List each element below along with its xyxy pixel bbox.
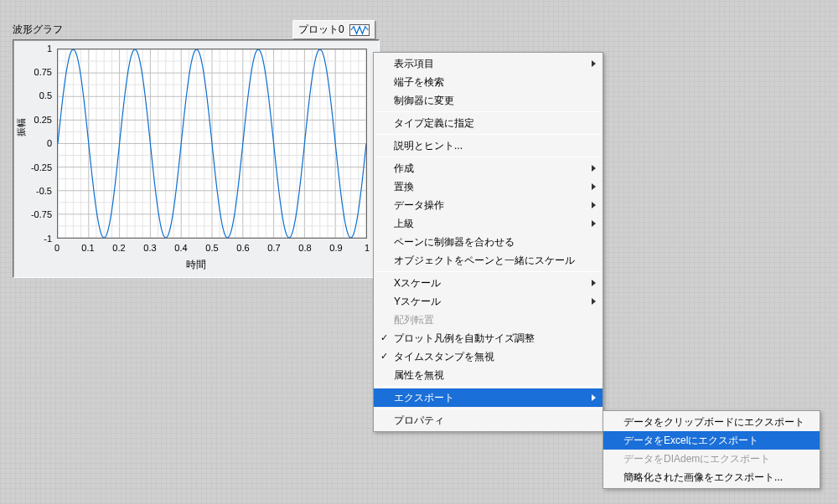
legend-label: プロット0 (298, 23, 344, 37)
export-submenu: データをクリップボードにエクスポートデータをExcelにエクスポートデータをDI… (603, 410, 820, 489)
menu-item: データをDIAdemにエクスポート (603, 450, 820, 468)
y-tick: -1 (23, 234, 52, 244)
menu-separator (375, 134, 601, 135)
y-tick: -0.25 (23, 162, 52, 172)
menu-item[interactable]: 表示項目 (374, 54, 603, 73)
y-tick: 0 (23, 138, 52, 148)
menu-item[interactable]: 簡略化された画像をエクスポート... (603, 468, 820, 486)
menu-item[interactable]: タイムスタンプを無視 (374, 347, 603, 366)
menu-item[interactable]: 作成 (374, 159, 603, 177)
menu-separator (375, 271, 601, 272)
x-tick: 0.6 (236, 243, 249, 253)
menu-item[interactable]: エクスポート (374, 388, 603, 407)
x-tick: 1 (365, 243, 370, 253)
y-tick: -0.75 (23, 209, 52, 219)
menu-separator (375, 157, 601, 157)
x-tick: 0.4 (174, 243, 187, 253)
menu-separator (375, 386, 601, 387)
y-tick: 1 (23, 44, 52, 54)
menu-item[interactable]: 上級 (374, 214, 603, 233)
plot-legend[interactable]: プロット0 (292, 20, 375, 39)
x-axis-label: 時間 (13, 258, 379, 272)
y-tick: 0.75 (23, 67, 52, 77)
menu-item[interactable]: Xスケール (374, 274, 603, 292)
x-tick: 0.2 (112, 243, 125, 253)
menu-item[interactable]: データをクリップボードにエクスポート (603, 413, 820, 431)
menu-item[interactable]: ペーンに制御器を合わせる (374, 233, 603, 251)
x-tick: 0.7 (267, 243, 280, 253)
legend-sample-icon (349, 24, 370, 36)
plot-area[interactable] (57, 49, 367, 239)
menu-item[interactable]: 属性を無視 (374, 366, 603, 384)
menu-item[interactable]: データ操作 (374, 196, 603, 214)
y-tick: 0.25 (23, 115, 52, 125)
x-tick: 0.9 (329, 243, 342, 253)
menu-item[interactable]: 制御器に変更 (374, 91, 603, 110)
menu-item[interactable]: 置換 (374, 177, 603, 196)
x-tick: 0.8 (298, 243, 311, 253)
x-tick: 0 (54, 243, 59, 253)
menu-item[interactable]: 端子を検索 (374, 73, 603, 91)
menu-item[interactable]: プロット凡例を自動サイズ調整 (374, 329, 603, 347)
menu-separator (375, 409, 601, 409)
context-menu: 表示項目端子を検索制御器に変更タイプ定義に指定説明とヒント...作成置換データ操… (373, 52, 603, 432)
menu-item[interactable]: 説明とヒント... (374, 136, 603, 155)
chart-title: 波形グラフ (13, 23, 63, 37)
x-tick: 0.3 (143, 243, 156, 253)
menu-separator (375, 111, 601, 112)
menu-item[interactable]: プロパティ (374, 411, 603, 429)
menu-item[interactable]: データをExcelにエクスポート (603, 431, 820, 450)
menu-item: 配列転置 (374, 311, 603, 329)
x-tick: 0.5 (205, 243, 218, 253)
menu-item[interactable]: Yスケール (374, 292, 603, 311)
menu-item[interactable]: オブジェクトをペーンと一緒にスケール (374, 251, 603, 270)
y-tick: -0.5 (23, 186, 52, 196)
chart-panel[interactable]: 振幅 時間 1 0.75 0.5 0.25 0 -0.25 -0.5 -0.75… (13, 39, 380, 278)
menu-item[interactable]: タイプ定義に指定 (374, 114, 603, 132)
y-tick: 0.5 (23, 90, 52, 100)
x-tick: 0.1 (81, 243, 94, 253)
